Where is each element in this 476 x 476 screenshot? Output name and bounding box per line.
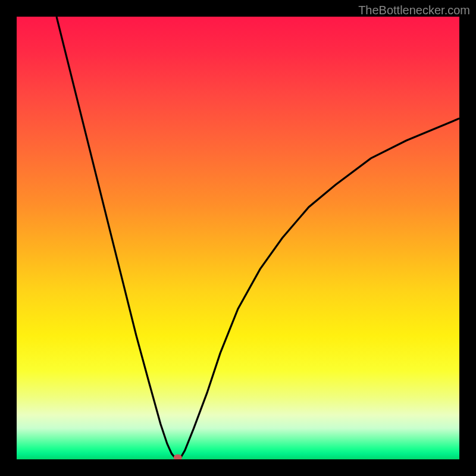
chart-frame: TheBottlenecker.com [0, 0, 476, 476]
optimal-point-marker [174, 455, 182, 460]
attribution-text: TheBottlenecker.com [358, 4, 470, 17]
curve-left-branch [57, 17, 175, 458]
plot-area [17, 17, 459, 459]
chart-svg [17, 17, 459, 459]
curve-right-branch [180, 118, 459, 458]
